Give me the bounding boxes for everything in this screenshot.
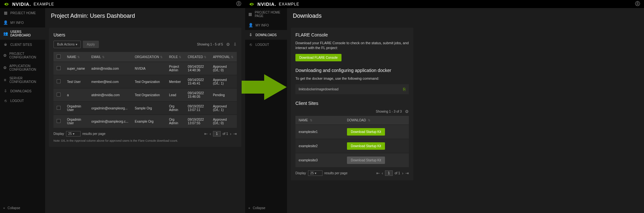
- cell-created: 09/19/2022 13:07:11: [185, 102, 210, 115]
- page-input[interactable]: [213, 131, 221, 137]
- next-page-icon[interactable]: ›: [402, 171, 403, 176]
- sites-icon: ※: [3, 42, 8, 47]
- sort-icon: ⇅: [231, 56, 234, 59]
- column-email[interactable]: EMAIL⇅: [88, 52, 132, 62]
- prev-page-icon[interactable]: ‹: [210, 131, 211, 136]
- table-row[interactable]: Orgadmin Userorgadmin@exampleorg...Sampl…: [53, 102, 237, 115]
- sidebar-item-application-configuration[interactable]: ⚙APPLICATION CONFIGURATION: [0, 62, 45, 74]
- cell-email: orgadmin@sampleorg.c...: [88, 115, 132, 128]
- download-flare-console-button[interactable]: Download FLARE Console: [295, 54, 341, 61]
- row-checkbox[interactable]: [57, 119, 61, 123]
- last-page-icon[interactable]: ⇥: [233, 131, 237, 136]
- cell-email: orgadmin@exampleorg...: [88, 102, 132, 115]
- sidebar-item-label: CLIENT SITES: [10, 43, 32, 46]
- cell-created: 09/14/2022 14:48:36: [185, 62, 210, 75]
- user-icon: 👤: [248, 23, 253, 27]
- next-page-icon[interactable]: ›: [230, 131, 231, 136]
- sidebar-item-my-info[interactable]: 👤MY INFO: [245, 20, 287, 30]
- user-avatar-icon[interactable]: [236, 1, 241, 7]
- table-row[interactable]: Orgadmin Userorgadmin@sampleorg.c...Exam…: [53, 115, 237, 128]
- download-startup-kit-button[interactable]: Download Startup Kit: [347, 128, 385, 136]
- column-approval[interactable]: APPROVAL⇅: [210, 52, 237, 62]
- home-icon: ▦: [248, 12, 252, 16]
- sidebar-item-label: DOWNLOADS: [10, 89, 32, 93]
- per-page-select[interactable]: 25 ▾: [308, 170, 322, 176]
- user-avatar-icon[interactable]: [635, 1, 640, 7]
- sort-icon: ⇅: [179, 56, 181, 59]
- brand-name: NVIDIA.: [12, 2, 31, 7]
- sidebar-item-downloads[interactable]: ⇩DOWNLOADS: [0, 86, 45, 96]
- column-name[interactable]: NAME⇅: [64, 52, 88, 62]
- sidebar-item-logout[interactable]: ⎋LOGOUT: [245, 40, 287, 49]
- cell-role: Lead: [166, 88, 185, 102]
- page-input[interactable]: [385, 170, 393, 176]
- settings-icon[interactable]: ⚙: [405, 109, 409, 114]
- sidebar-item-my-info[interactable]: 👤MY INFO: [0, 18, 45, 27]
- sidebar-item-label: USERS DASHBOARD: [10, 30, 42, 37]
- cell-approval: Approved (D/L: 1): [210, 102, 237, 115]
- column-name[interactable]: NAME ⇅: [299, 118, 347, 122]
- bulk-actions-dropdown[interactable]: Bulk Actions ▾: [53, 41, 81, 48]
- display-label: Display: [53, 132, 64, 136]
- flare-title: FLARE Console: [295, 32, 409, 37]
- flare-console-card: FLARE Console Download your FLARE Consol…: [291, 28, 413, 180]
- row-checkbox[interactable]: [57, 93, 61, 96]
- cell-name: Orgadmin User: [64, 102, 88, 115]
- per-page-select[interactable]: 25 ▾: [66, 131, 81, 137]
- apply-button[interactable]: Apply: [83, 41, 99, 48]
- sidebar-item-label: PROJECT CONFIGURATION: [9, 52, 42, 59]
- svg-point-6: [637, 2, 639, 4]
- prev-page-icon[interactable]: ‹: [382, 171, 383, 176]
- sidebar-item-client-sites[interactable]: ※CLIENT SITES: [0, 40, 45, 49]
- sidebar-item-users-dashboard[interactable]: 👥USERS DASHBOARD: [0, 27, 45, 40]
- table-row: examplesite2Download Startup Kit: [295, 139, 409, 153]
- sidebar-item-server-configuration[interactable]: ≡SERVER CONFIGURATION: [0, 74, 45, 86]
- brand-tag: EXAMPLE: [34, 2, 54, 6]
- sort-icon: ⇅: [368, 119, 370, 122]
- row-checkbox[interactable]: [57, 66, 61, 70]
- sidebar-item-downloads[interactable]: ⇩DOWNLOADS: [245, 30, 287, 40]
- first-page-icon[interactable]: ⇤: [204, 131, 208, 136]
- sidebar-collapse[interactable]: « Collapse: [0, 203, 45, 213]
- nvidia-eye-icon: [4, 2, 10, 6]
- row-checkbox[interactable]: [57, 106, 61, 110]
- table-row[interactable]: aatdmin@nvidia.comTest OrganizationLead0…: [53, 88, 237, 102]
- svg-point-4: [251, 4, 253, 5]
- sidebar-item-project-configuration[interactable]: ⚙PROJECT CONFIGURATION: [0, 49, 45, 62]
- sidebar-item-project-home-page[interactable]: ▦PROJECT HOME PAGE: [245, 8, 287, 20]
- column-role[interactable]: ROLE⇅: [166, 52, 185, 62]
- download-startup-kit-button: Download Startup Kit: [347, 157, 385, 164]
- first-page-icon[interactable]: ⇤: [376, 171, 380, 176]
- download-icon: ⇩: [3, 89, 8, 93]
- sidebar-item-logout[interactable]: ⎋LOGOUT: [0, 96, 45, 106]
- column-download[interactable]: DOWNLOAD ⇅: [347, 118, 370, 122]
- app-users-dashboard: NVIDIA. EXAMPLE ▦PROJECT HOME👤MY INFO👥US…: [0, 0, 245, 213]
- copy-icon[interactable]: ⎘: [403, 87, 406, 92]
- table-row[interactable]: super_nameadmin@nvidia.comNVIDIAProject …: [53, 62, 237, 75]
- column-organization[interactable]: ORGANIZATION⇅: [131, 52, 166, 62]
- client-sites-table: NAME ⇅DOWNLOAD ⇅ examplesite1Download St…: [295, 116, 409, 167]
- table-row[interactable]: Test Usermember@test.comTest Organizatio…: [53, 75, 237, 88]
- column-created[interactable]: CREATED⇅: [185, 52, 210, 62]
- nvidia-eye-icon: [249, 2, 255, 6]
- users-icon: 👥: [3, 31, 8, 36]
- of-label: of 1: [223, 132, 228, 136]
- settings-icon[interactable]: ⚙: [226, 42, 230, 47]
- client-sites-title: Client Sites: [295, 101, 409, 106]
- last-page-icon[interactable]: ⇥: [405, 171, 409, 176]
- download-startup-kit-button[interactable]: Download Startup Kit: [347, 142, 385, 150]
- select-all-checkbox[interactable]: [57, 55, 61, 58]
- bulk-actions-label: Bulk Actions: [57, 43, 74, 46]
- row-checkbox[interactable]: [57, 79, 61, 83]
- page-title: Project Admin: Users Dashboard: [45, 8, 245, 24]
- sort-icon: ⇅: [160, 56, 163, 59]
- user-icon: 👤: [3, 20, 8, 25]
- page-title: Downloads: [287, 8, 644, 24]
- sidebar-collapse[interactable]: « Collapse: [245, 203, 287, 213]
- cell-approval: Approved (D/L: 1): [210, 75, 237, 88]
- download-icon[interactable]: ⇩: [233, 42, 237, 47]
- sidebar-item-project-home[interactable]: ▦PROJECT HOME: [0, 8, 45, 18]
- cell-approval: Approved (D/L: 0): [210, 115, 237, 128]
- sidebar-item-label: DOWNLOADS: [255, 33, 277, 37]
- users-table: NAME⇅EMAIL⇅ORGANIZATION⇅ROLE⇅CREATED⇅APP…: [53, 52, 237, 128]
